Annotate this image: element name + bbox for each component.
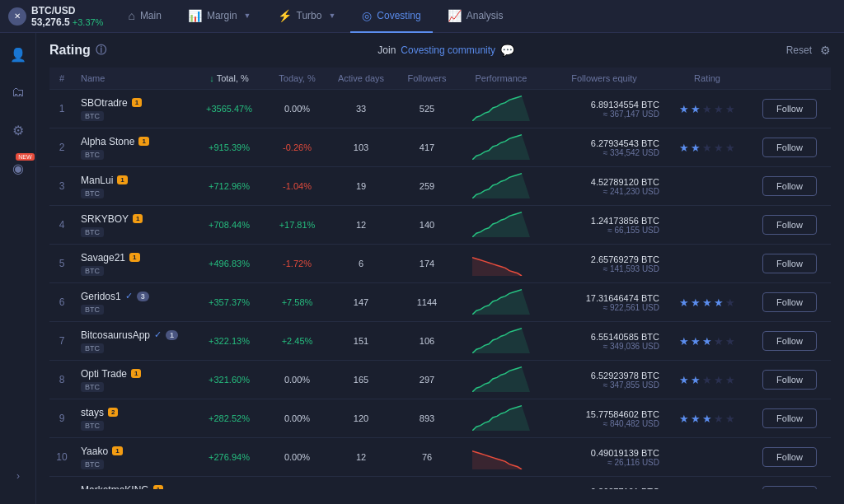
tab-margin[interactable]: 📊 Margin ▼ (176, 0, 263, 33)
table-header: # Name ↓Total, % Today, % Active days Fo… (49, 68, 831, 90)
follow-button[interactable]: Follow (762, 176, 817, 196)
svg-marker-2 (472, 174, 530, 198)
follow-cell: Follow (748, 283, 831, 322)
join-text: Join (377, 44, 396, 56)
rank: 10 (49, 438, 74, 477)
follow-cell: Follow (748, 361, 831, 399)
logo-icon: ✕ (8, 7, 26, 26)
svg-marker-7 (472, 367, 530, 392)
table-row: 5 Savage21 1 BTC +496.83% -1.72% 6 174 2… (49, 245, 831, 283)
tab-turbo[interactable]: ⚡ Turbo ▼ (266, 0, 348, 33)
stars: ★★★★★ (673, 335, 742, 348)
followers-equity: 2.65769279 BTC ≈ 141,593 USD (542, 245, 666, 283)
follow-cell: Follow (748, 322, 831, 361)
equity-btc: 2.65769279 BTC (549, 254, 659, 264)
sidebar-icon-signals[interactable]: ⚙ (7, 119, 30, 142)
trader-info: stays 2 BTC (74, 399, 192, 438)
coin-tag: BTC (81, 382, 104, 392)
performance-chart (460, 399, 542, 438)
trader-name: Opti Trade 1 BTC (81, 368, 185, 392)
top-bar: ✕ BTC/USD 53,276.5 +3.37% ⌂ Main 📊 Margi… (0, 0, 844, 33)
trader-name-text: SBOtradre (81, 97, 128, 109)
followers-equity: 17.31646474 BTC ≈ 922,561 USD (542, 283, 666, 322)
svg-marker-3 (472, 212, 530, 237)
sidebar-icon-expand[interactable]: › (7, 464, 30, 488)
tab-main[interactable]: ⌂ Main (116, 0, 172, 33)
trader-name-text: Yaako (81, 446, 108, 457)
name-row: Alpha Stone 1 (81, 136, 185, 147)
trader-badge: 1 (129, 253, 139, 262)
layout: 👤 🗂 ⚙ ◉ › Rating ⓘ Join Covesting commun… (0, 33, 844, 504)
equity-usd: ≈ 141,593 USD (549, 264, 659, 273)
price: BTC/USD (31, 5, 103, 16)
today-pct: +7.58% (266, 283, 328, 322)
price-change: +3.37% (73, 17, 104, 27)
follow-cell: Follow (748, 399, 831, 438)
tab-turbo-label: Turbo (297, 10, 322, 21)
col-total[interactable]: ↓Total, % (192, 68, 266, 90)
follow-button[interactable]: Follow (762, 292, 817, 312)
follow-button[interactable]: Follow (762, 254, 817, 273)
follow-button[interactable]: Follow (762, 486, 817, 489)
stars: ★★★★★ (673, 103, 742, 115)
equity-usd: ≈ 241,230 USD (549, 187, 659, 196)
trader-name-text: ManLui (81, 175, 113, 186)
sidebar-icon-new[interactable]: ◉ (7, 156, 30, 180)
table-row: 6 Geridos1 ✓ 3 BTC +357.37% +7.58% 147 1… (49, 283, 831, 322)
total-pct: +708.44% (192, 206, 266, 245)
name-row: Yaako 1 (81, 446, 185, 457)
community-link[interactable]: Covesting community (401, 44, 495, 56)
mini-chart (472, 211, 530, 237)
trader-badge: 1 (131, 369, 141, 378)
col-name: Name (74, 68, 192, 90)
follow-button[interactable]: Follow (762, 331, 817, 351)
sidebar-icon-portfolio[interactable]: 🗂 (7, 81, 30, 104)
trader-badge: 1 (117, 175, 127, 184)
name-row: BitcosaurusApp ✓ 1 (81, 329, 185, 341)
coin-tag: BTC (81, 460, 104, 469)
trader-badge: 1 (153, 485, 163, 489)
performance-chart (460, 477, 542, 490)
follow-button[interactable]: Follow (762, 370, 817, 390)
equity-btc: 17.31646474 BTC (549, 293, 659, 303)
rating-title: Rating ⓘ (49, 43, 106, 58)
equity-usd: ≈ 922,561 USD (549, 303, 659, 312)
active-days: 166 (328, 477, 394, 490)
follow-button[interactable]: Follow (762, 99, 817, 119)
tab-main-label: Main (140, 10, 162, 21)
star-filled: ★ (714, 296, 724, 309)
follow-button[interactable]: Follow (762, 138, 817, 157)
follow-cell: Follow (748, 245, 831, 283)
equity-btc: 6.52923978 BTC (549, 371, 659, 380)
turbo-arrow: ▼ (328, 12, 335, 20)
tab-analysis[interactable]: 📈 Analysis (436, 0, 515, 33)
star-filled: ★ (679, 142, 689, 154)
name-row: SRKYBOY 1 (81, 213, 185, 225)
follow-button[interactable]: Follow (762, 215, 817, 235)
follow-button[interactable]: Follow (762, 447, 817, 467)
followers-equity: 6.27934543 BTC ≈ 334,542 USD (542, 128, 666, 167)
table-row: 2 Alpha Stone 1 BTC +915.39% -0.26% 103 … (49, 128, 831, 167)
filter-icon[interactable]: ⚙ (820, 44, 831, 57)
active-days: 120 (328, 399, 394, 438)
traders-table: # Name ↓Total, % Today, % Active days Fo… (49, 68, 831, 489)
total-pct: +357.37% (192, 283, 266, 322)
star-filled: ★ (679, 413, 689, 425)
trader-info: Geridos1 ✓ 3 BTC (74, 283, 192, 322)
follow-button[interactable]: Follow (762, 408, 817, 428)
info-icon[interactable]: ⓘ (96, 43, 106, 58)
logo: ✕ BTC/USD 53,276.5 +3.37% (8, 5, 103, 28)
rank: 4 (49, 206, 74, 245)
trader-name-text: Alpha Stone (81, 136, 134, 147)
reset-button[interactable]: Reset (786, 44, 812, 56)
sidebar-icon-user[interactable]: 👤 (7, 43, 30, 66)
rating-stars: ★★★★★ (666, 128, 748, 167)
followers-count: 417 (394, 128, 460, 167)
today-pct: -1.72% (266, 245, 328, 283)
chat-icon: 💬 (500, 44, 514, 57)
today-pct: +2.45% (266, 322, 328, 361)
equity-btc: 15.77584602 BTC (549, 409, 659, 419)
total-pct: +3565.47% (192, 90, 266, 128)
rating-stars: ★★★★★ (666, 477, 748, 490)
tab-covesting[interactable]: ◎ Covesting (350, 0, 432, 33)
